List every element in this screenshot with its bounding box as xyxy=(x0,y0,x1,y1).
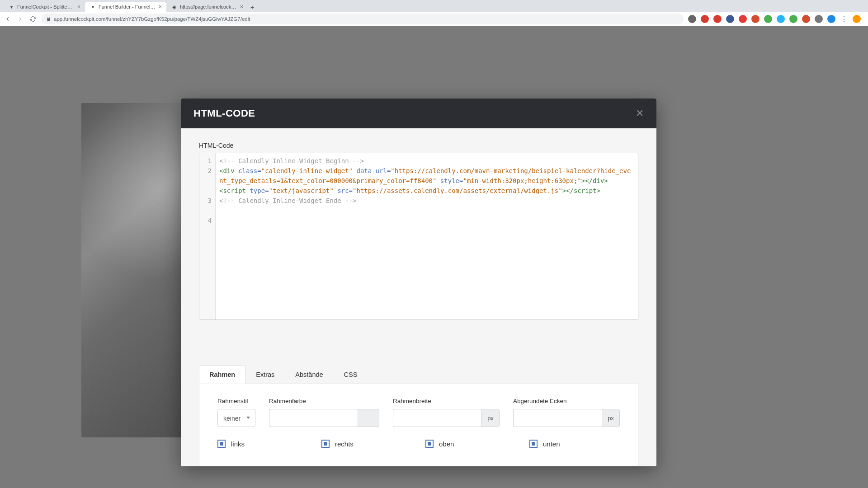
menu-icon[interactable]: ⋮ xyxy=(840,15,848,23)
rahmenstil-select[interactable]: keiner xyxy=(217,409,255,427)
page-background: HTML-CODE ✕ HTML-Code 1 2 3 4 <!-- Calen… xyxy=(0,26,868,488)
tab-title: Funnel Builder - FunnelCockpit xyxy=(99,4,156,9)
tab-bar: ▾ FunnelCockpit - Splittests, Ma × ▾ Fun… xyxy=(0,0,868,12)
close-icon[interactable]: ✕ xyxy=(636,108,644,119)
rahmenfarbe-input[interactable] xyxy=(269,409,358,427)
extension-icon[interactable] xyxy=(713,15,722,23)
extension-icon[interactable] xyxy=(688,15,696,23)
nav-bar: app.funnelcockpit.com/funnel/zhYZY7bGzgo… xyxy=(0,12,868,26)
rahmenbreite-unit: px xyxy=(481,409,500,427)
rahmenbreite-input[interactable] xyxy=(393,409,481,427)
extension-icon[interactable] xyxy=(815,15,823,23)
tab-css[interactable]: CSS xyxy=(334,365,368,384)
extension-icon[interactable] xyxy=(802,15,810,23)
extension-icon[interactable] xyxy=(701,15,709,23)
checkbox-unten-label: unten xyxy=(543,440,560,448)
close-icon[interactable]: × xyxy=(159,4,162,10)
back-button[interactable] xyxy=(4,15,12,23)
code-content[interactable]: <!-- Calendly Inline-Widget Beginn --> <… xyxy=(216,153,638,319)
avatar-icon[interactable] xyxy=(827,15,835,23)
browser-tab-2[interactable]: ◉ https://page.funnelcockpit.co × xyxy=(166,2,248,12)
settings-tabs-wrap: Rahmen Extras Abstände CSS Rahmenstil ke… xyxy=(199,365,638,466)
extension-icon[interactable] xyxy=(726,15,734,23)
rahmenfarbe-label: Rahmenfarbe xyxy=(269,398,379,404)
url-text: app.funnelcockpit.com/funnel/zhYZY7bGzgo… xyxy=(54,16,250,22)
checkbox-unten[interactable] xyxy=(529,440,538,448)
extension-icon[interactable] xyxy=(751,15,760,23)
rahmenbreite-label: Rahmenbreite xyxy=(393,398,500,404)
rahmenstil-label: Rahmenstil xyxy=(217,398,255,404)
settings-tab-strip: Rahmen Extras Abstände CSS xyxy=(199,365,638,384)
tab-rahmen[interactable]: Rahmen xyxy=(199,365,245,384)
line-number-gutter: 1 2 3 4 xyxy=(199,153,216,319)
checkbox-rechts[interactable] xyxy=(321,440,330,448)
ecken-input[interactable] xyxy=(513,409,602,427)
browser-tab-1[interactable]: ▾ Funnel Builder - FunnelCockpit × xyxy=(85,2,166,12)
checkbox-rechts-label: rechts xyxy=(335,440,354,448)
extension-icon[interactable] xyxy=(764,15,772,23)
tab-title: https://page.funnelcockpit.co xyxy=(180,4,237,9)
tab-title: FunnelCockpit - Splittests, Ma xyxy=(17,4,75,9)
new-tab-button[interactable]: + xyxy=(248,3,257,12)
close-icon[interactable]: × xyxy=(240,4,243,10)
code-section-label: HTML-Code xyxy=(199,142,638,149)
browser-tab-0[interactable]: ▾ FunnelCockpit - Splittests, Ma × xyxy=(4,2,85,12)
checkbox-oben[interactable] xyxy=(425,440,434,448)
close-icon[interactable]: × xyxy=(77,4,80,10)
tab-extras[interactable]: Extras xyxy=(245,365,285,384)
code-editor[interactable]: 1 2 3 4 <!-- Calendly Inline-Widget Begi… xyxy=(199,153,638,320)
checkbox-oben-label: oben xyxy=(439,440,454,448)
extension-icon[interactable] xyxy=(739,15,747,23)
ecken-label: Abgerundete Ecken xyxy=(513,398,620,404)
html-code-modal: HTML-CODE ✕ HTML-Code 1 2 3 4 <!-- Calen… xyxy=(181,99,656,466)
extension-icon[interactable] xyxy=(777,15,785,23)
forward-button[interactable] xyxy=(16,15,24,23)
tab-content-rahmen: Rahmenstil keiner Rahmenfarbe xyxy=(199,384,638,466)
favicon-icon: ▾ xyxy=(8,4,14,10)
reload-button[interactable] xyxy=(29,15,37,23)
modal-body: HTML-Code 1 2 3 4 <!-- Calendly Inline-W… xyxy=(181,128,656,466)
checkbox-links[interactable] xyxy=(217,440,226,448)
ecken-unit: px xyxy=(602,409,620,427)
favicon-icon: ◉ xyxy=(171,4,177,10)
rahmenfarbe-swatch[interactable] xyxy=(358,409,379,427)
extension-icon[interactable] xyxy=(853,15,861,23)
lock-icon xyxy=(46,16,51,22)
browser-chrome: ▾ FunnelCockpit - Splittests, Ma × ▾ Fun… xyxy=(0,0,868,26)
extension-icons: ⋮ xyxy=(688,15,864,23)
favicon-icon: ▾ xyxy=(90,4,96,10)
modal-title: HTML-CODE xyxy=(193,108,255,119)
extension-icon[interactable] xyxy=(789,15,797,23)
tab-abstaende[interactable]: Abstände xyxy=(285,365,333,384)
modal-header: HTML-CODE ✕ xyxy=(181,99,656,128)
url-bar[interactable]: app.funnelcockpit.com/funnel/zhYZY7bGzgo… xyxy=(42,14,684,24)
checkbox-links-label: links xyxy=(231,440,245,448)
